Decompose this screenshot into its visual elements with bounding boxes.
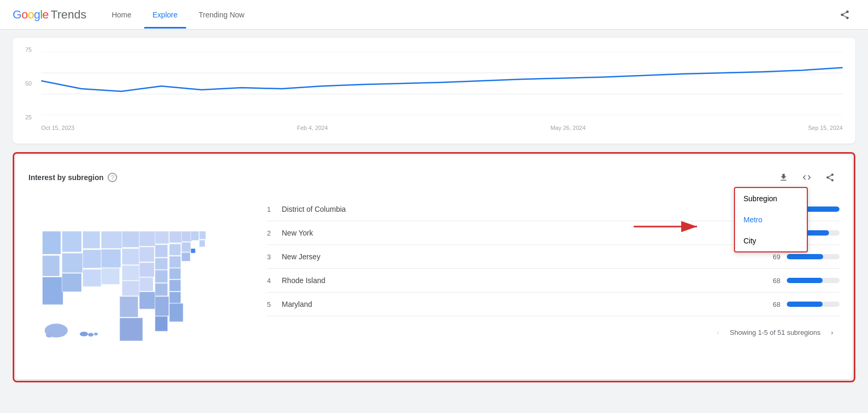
svg-rect-10 (62, 273, 81, 292)
main-content: 75 50 25 Oct 15, 2023 Feb 4, 2024 May 26 (0, 30, 868, 391)
svg-rect-22 (139, 231, 156, 246)
svg-point-52 (94, 333, 98, 335)
svg-rect-16 (122, 231, 139, 248)
logo-trends-text: Trends (51, 8, 87, 22)
svg-rect-31 (155, 283, 168, 296)
dropdown-metro[interactable]: Metro (735, 209, 807, 230)
rank-num-3: 3 (267, 253, 275, 261)
svg-rect-20 (120, 296, 138, 317)
download-button[interactable] (774, 168, 793, 187)
share-subregion-button[interactable] (821, 168, 840, 187)
svg-rect-43 (182, 252, 190, 261)
svg-rect-24 (139, 262, 154, 277)
rank-num-4: 4 (267, 277, 275, 285)
subregion-content: Subregion Metro City (28, 198, 840, 367)
rank-value-5: 68 (768, 301, 780, 308)
bar-4 (787, 278, 840, 283)
svg-rect-28 (155, 245, 168, 257)
svg-rect-25 (139, 277, 153, 291)
y-label-50: 50 (25, 80, 32, 87)
rank-name-5: Maryland (282, 300, 761, 308)
svg-rect-8 (83, 231, 100, 249)
svg-rect-44 (191, 231, 199, 241)
rank-name-2: New York (282, 229, 761, 237)
trend-chart-card: 75 50 25 Oct 15, 2023 Feb 4, 2024 May 26 (13, 38, 855, 144)
share-subregion-icon (825, 173, 835, 182)
svg-rect-23 (139, 247, 154, 262)
x-label-1: Oct 15, 2023 (41, 125, 74, 131)
nav-home[interactable]: Home (103, 6, 140, 23)
svg-rect-35 (169, 268, 181, 279)
highlight-box: Interest by subregion ? (13, 152, 855, 382)
subregion-dropdown[interactable]: Subregion Metro City (734, 187, 808, 252)
rank-value-3: 69 (768, 253, 780, 261)
rank-name-1: District of Columbia (282, 205, 761, 213)
trend-line-chart (41, 52, 843, 115)
dropdown-subregion[interactable]: Subregion (735, 188, 807, 209)
svg-rect-19 (122, 281, 139, 296)
x-label-4: Sep 15, 2024 (808, 125, 843, 131)
svg-rect-18 (122, 266, 139, 280)
svg-rect-42 (182, 242, 191, 252)
x-label-2: Feb 4, 2024 (297, 125, 328, 131)
x-label-3: May 26, 2024 (550, 125, 586, 131)
bar-fill-5 (787, 302, 823, 307)
rankings-list: Subregion Metro City (267, 198, 840, 367)
nav-trending-now[interactable]: Trending Now (190, 6, 253, 23)
bar-5 (787, 302, 840, 307)
ranking-row-4: 4 Rhode Island 68 (267, 269, 840, 293)
us-map-container (28, 198, 250, 367)
svg-point-51 (88, 333, 94, 336)
subregion-actions (774, 168, 840, 187)
svg-rect-32 (169, 231, 182, 243)
svg-rect-27 (155, 231, 169, 244)
logo: Google Trends (13, 8, 87, 22)
svg-rect-29 (155, 258, 168, 270)
app-header: Google Trends Home Explore Trending Now (0, 0, 868, 30)
chart-area: 75 50 25 (25, 46, 843, 120)
download-icon (779, 173, 788, 182)
help-icon[interactable]: ? (108, 173, 117, 182)
chart-y-labels: 75 50 25 (25, 46, 32, 120)
svg-rect-15 (101, 268, 120, 285)
embed-button[interactable] (797, 168, 816, 187)
bar-fill-3 (787, 254, 823, 259)
prev-page-button[interactable]: ‹ (711, 325, 726, 340)
svg-rect-4 (42, 231, 61, 255)
svg-rect-30 (155, 270, 168, 283)
svg-rect-14 (101, 249, 121, 268)
svg-rect-33 (169, 244, 181, 256)
ranking-row-5: 5 Maryland 68 (267, 293, 840, 316)
chart-svg-container (41, 52, 843, 115)
svg-rect-12 (83, 269, 101, 287)
svg-rect-9 (62, 253, 82, 273)
rank-num-2: 2 (267, 229, 275, 237)
y-label-25: 25 (25, 114, 32, 120)
chart-x-labels: Oct 15, 2023 Feb 4, 2024 May 26, 2024 Se… (41, 125, 843, 131)
svg-rect-11 (83, 250, 101, 268)
pagination-text: Showing 1-5 of 51 subregions (730, 328, 821, 336)
svg-rect-26 (139, 292, 156, 309)
svg-point-50 (80, 332, 88, 336)
header-share-button[interactable] (834, 4, 855, 25)
svg-rect-39 (169, 303, 183, 322)
svg-point-49 (46, 333, 53, 337)
main-nav: Home Explore Trending Now (103, 6, 253, 23)
svg-rect-46 (199, 240, 205, 247)
nav-explore[interactable]: Explore (144, 6, 186, 23)
rank-num-5: 5 (267, 301, 275, 308)
svg-rect-5 (42, 256, 60, 276)
subregion-card: Interest by subregion ? (16, 155, 852, 379)
share-icon (840, 10, 850, 20)
dropdown-city[interactable]: City (735, 230, 807, 251)
rank-num-1: 1 (267, 205, 275, 213)
svg-rect-21 (120, 318, 143, 341)
svg-rect-45 (199, 231, 206, 239)
subregion-title: Interest by subregion (28, 173, 103, 182)
us-map (28, 198, 250, 367)
next-page-button[interactable]: › (825, 325, 840, 340)
svg-rect-38 (155, 296, 169, 316)
svg-rect-34 (169, 256, 181, 268)
svg-rect-37 (169, 292, 181, 303)
svg-rect-7 (62, 231, 81, 252)
